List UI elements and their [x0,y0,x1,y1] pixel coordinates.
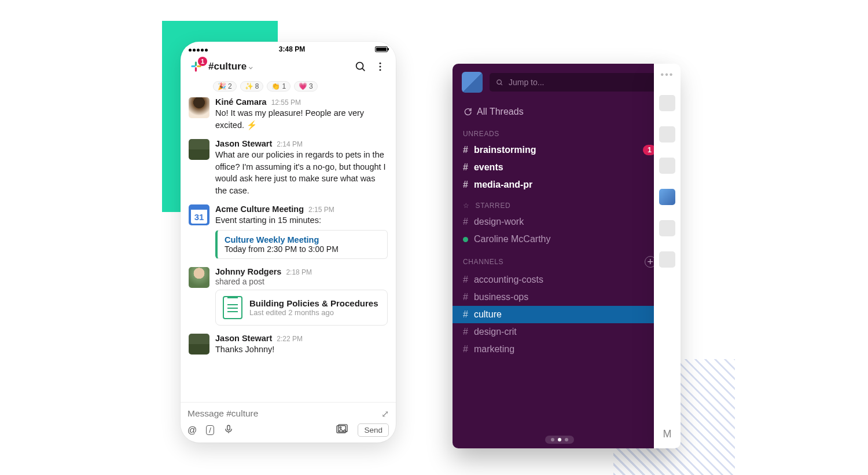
hash-icon: # [463,162,468,173]
avatar[interactable] [189,334,209,355]
calendar-app-icon[interactable]: 31 [189,204,209,225]
channel-title-button[interactable]: #culture ⌵ [208,61,253,72]
message-list[interactable]: Kiné Camara12:55 PM No! It was my pleasu… [181,97,396,402]
slash-command-icon[interactable]: / [206,425,214,435]
avatar[interactable] [189,97,209,118]
channel-item-design-work[interactable]: # design-work [453,213,667,231]
slack-mobile-channel-view: 3:48 PM 1 #culture ⌵ 🎉2 ✨8 👏1 💗3 Kiné Ca… [181,42,396,443]
hash-icon: # [463,180,468,190]
hash-icon: # [463,292,468,302]
hash-icon: # [463,344,468,355]
file-subtitle: Last edited 2 months ago [249,308,378,317]
message-time: 2:18 PM [286,268,312,276]
calendar-event-card[interactable]: Culture Weekly Meeting Today from 2:30 P… [215,230,388,259]
channel-header: 1 #culture ⌵ [181,54,396,81]
reaction-pill[interactable]: ✨8 [240,81,264,92]
svg-point-13 [497,79,502,84]
slack-logo-icon[interactable]: 1 [189,59,204,74]
avatar [659,95,675,111]
workspace-icon[interactable] [462,72,483,93]
statusbar-time: 3:48 PM [279,45,305,53]
message-composer: ⤢ @ / Send [181,402,396,443]
more-menu-icon[interactable] [373,59,388,74]
svg-point-4 [356,63,363,70]
image-icon[interactable] [336,424,348,437]
slack-mobile-sidebar: Jump to... All Threads UNREADS # brainst… [453,64,667,448]
message-subtext: shared a post [215,277,388,286]
channel-item-events[interactable]: # events [453,159,667,176]
peek-initial: M [663,428,672,448]
channel-name: #culture [208,61,247,72]
avatar[interactable] [189,267,209,288]
channel-item-culture[interactable]: #culture [453,306,667,323]
hash-icon: # [463,145,468,155]
channel-item-accounting-costs[interactable]: #accounting-costs [453,271,667,288]
all-threads-item[interactable]: All Threads [453,101,667,122]
chevron-down-icon: ⌵ [249,63,253,71]
hash-icon: # [463,217,468,227]
svg-rect-0 [191,65,196,67]
search-icon[interactable] [353,59,368,74]
reaction-pill[interactable]: 👏1 [267,81,290,92]
message-text: What are our policies in regards to pets… [215,149,388,196]
avatar [659,126,675,142]
document-icon [223,296,242,319]
channel-item-media-and-pr[interactable]: # media-and-pr [453,176,667,193]
reaction-pill[interactable]: 🎉2 [213,81,237,92]
avatar [659,220,675,236]
message-time: 2:22 PM [277,335,303,343]
message-author: Jason Stewart [215,334,272,343]
dm-item-caroline[interactable]: Caroline McCarthy [453,231,667,248]
channel-item-marketing[interactable]: #marketing [453,341,667,358]
svg-rect-3 [195,67,197,72]
message-author: Kiné Camara [215,97,267,107]
message-item[interactable]: Jason Stewart2:22 PM Thanks Johnny! [189,334,388,356]
section-header-unreads: UNREADS [453,122,667,141]
message-text: Event starting in 15 minutes: [215,214,388,226]
expand-icon[interactable]: ⤢ [381,408,389,419]
send-button[interactable]: Send [358,423,389,437]
mention-icon[interactable]: @ [187,425,197,436]
message-text: Thanks Johnny! [215,344,388,356]
svg-point-12 [340,426,341,428]
avatar [659,189,675,205]
message-item[interactable]: Johnny Rodgers2:18 PM shared a post Buil… [189,267,388,326]
section-header-channels: CHANNELS + [453,248,667,271]
notification-badge: 1 [198,57,207,66]
composer-input[interactable] [187,406,381,421]
message-author: Johnny Rodgers [215,267,281,276]
section-header-starred: ☆ STARRED [453,193,667,213]
page-indicator[interactable] [545,436,574,444]
svg-point-7 [380,66,381,68]
file-title: Building Policies & Procedures [249,298,378,308]
svg-point-6 [380,63,381,64]
battery-icon [375,46,388,52]
shared-file-card[interactable]: Building Policies & Procedures Last edit… [215,290,388,326]
svg-point-8 [380,69,381,71]
svg-line-14 [501,83,502,85]
svg-rect-2 [195,61,197,66]
presence-active-icon [463,237,468,242]
channel-item-design-crit[interactable]: #design-crit [453,323,667,341]
avatar[interactable] [189,139,209,160]
hash-icon: # [463,327,468,337]
reaction-pill[interactable]: 💗3 [294,81,318,92]
message-item[interactable]: Kiné Camara12:55 PM No! It was my pleasu… [189,97,388,131]
message-item[interactable]: Jason Stewart2:14 PM What are our polici… [189,139,388,196]
message-author: Jason Stewart [215,139,272,148]
channel-item-brainstorming[interactable]: # brainstorming 1 [453,141,667,159]
avatar [659,251,675,268]
jump-to-input[interactable]: Jump to... [490,73,657,92]
message-time: 2:15 PM [308,206,334,214]
event-title: Culture Weekly Meeting [225,235,380,244]
message-time: 2:14 PM [277,140,303,148]
event-time-range: Today from 2:30 PM to 3:00 PM [225,244,380,254]
channel-item-business-ops[interactable]: #business-ops [453,288,667,306]
jump-to-placeholder: Jump to... [509,78,544,87]
message-text: No! It was my pleasure! People are very … [215,107,388,131]
microphone-icon[interactable] [223,424,234,437]
threads-icon [463,107,472,116]
hash-icon: # [463,309,468,320]
avatar [659,158,675,174]
message-item[interactable]: 31 Acme Culture Meeting2:15 PM Event sta… [189,204,388,259]
